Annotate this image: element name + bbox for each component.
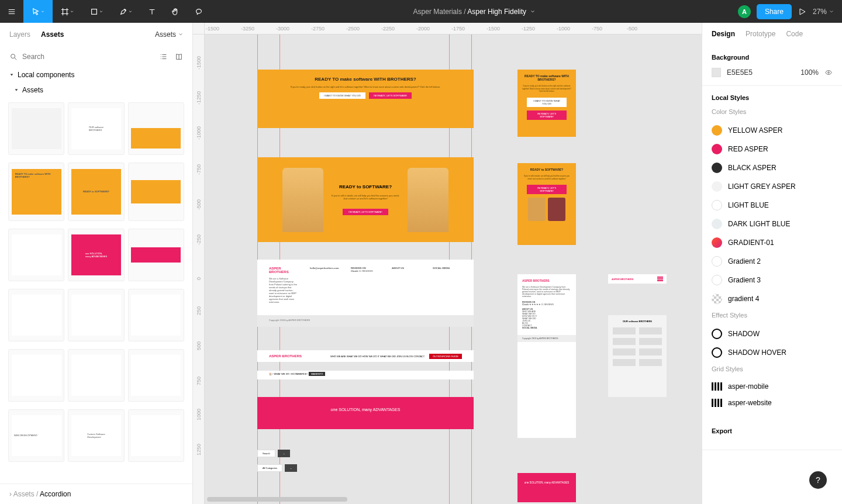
chevron-down-icon: [530, 8, 535, 16]
asset-item[interactable]: [128, 349, 184, 402]
bg-hex[interactable]: E5E5E5: [727, 68, 795, 77]
category-go[interactable]: ⌄: [285, 464, 297, 472]
frame-nav-mobile[interactable]: ASPER BROTHERS: [608, 274, 667, 284]
frame-pink-mobile[interactable]: one SOLUTION, many ADVANTAGES: [517, 473, 576, 502]
search-filter[interactable]: Search: [257, 450, 275, 457]
frame-tool[interactable]: [53, 0, 82, 23]
search-icon: [9, 53, 18, 61]
asset-item[interactable]: WEB DEVELOPMENT: [8, 409, 64, 462]
move-tool[interactable]: [23, 0, 53, 23]
cta-button-white[interactable]: I WANT TO KNOW WHAT YOU DO: [527, 98, 566, 107]
share-button[interactable]: Share: [757, 4, 792, 19]
effect-style-row[interactable]: SHADOW: [712, 325, 833, 343]
cta-button-red[interactable]: I'M READY, LET'S SOFTWARE!: [369, 92, 412, 99]
avatar[interactable]: A: [738, 5, 751, 18]
asset-item[interactable]: [128, 163, 184, 221]
ruler-vertical: -1500-1250-1000-750-500-2500250500750100…: [193, 34, 205, 504]
frame-cta-desktop-1[interactable]: READY TO make software WITH BROTHERS? If…: [257, 70, 474, 128]
list-view-icon[interactable]: [160, 53, 168, 61]
tab-code[interactable]: Code: [786, 30, 803, 38]
asset-grid: OUR softwareBROTHERS READY TO make softw…: [0, 98, 192, 484]
frame-breadcrumb-bar[interactable]: 🏠 › WHAT WE DO › ECOMMERCE › MAGENTO: [257, 371, 474, 379]
asset-item[interactable]: [8, 289, 64, 341]
color-style-row[interactable]: GRADIENT-01: [712, 233, 833, 252]
frame-nav-desktop[interactable]: ASPER BROTHERS WHO WE ARE WHAT WE DO HOW…: [257, 350, 474, 362]
asset-item[interactable]: Custom SoftwareDevelopment: [68, 409, 124, 462]
search-go[interactable]: ⌄: [278, 450, 290, 457]
asset-item[interactable]: [128, 289, 184, 341]
asset-item[interactable]: [128, 102, 184, 155]
breadcrumb[interactable]: › Assets / Accordion: [0, 484, 192, 504]
grid-style-row[interactable]: asper-mobile: [712, 378, 833, 395]
burger-icon[interactable]: [657, 277, 663, 281]
local-components-section[interactable]: Local components: [0, 67, 192, 82]
svg-rect-0: [92, 9, 97, 14]
tab-design[interactable]: Design: [712, 30, 735, 38]
text-tool[interactable]: [140, 0, 164, 23]
eye-icon[interactable]: [824, 68, 833, 77]
color-style-row[interactable]: Gradient 3: [712, 271, 833, 289]
bg-swatch[interactable]: [712, 68, 721, 77]
color-style-row[interactable]: BLACK ASPER: [712, 158, 833, 177]
frame-footer-mobile[interactable]: ASPER BROTHERS We are a Software Develop…: [517, 274, 576, 438]
project-name: Asper Materials: [413, 8, 462, 16]
effect-styles-heading: Effect Styles: [712, 312, 833, 319]
tab-prototype[interactable]: Prototype: [746, 30, 775, 38]
tab-layers[interactable]: Layers: [9, 30, 30, 39]
nav-cta[interactable]: OUTSOURCING GUIDE: [429, 354, 462, 359]
asset-item[interactable]: READY to SOFTWARE?: [68, 163, 124, 221]
bg-opacity[interactable]: 100%: [800, 68, 819, 77]
asset-item[interactable]: OUR softwareBROTHERS: [68, 102, 124, 155]
asset-item[interactable]: [128, 409, 184, 462]
category-filter[interactable]: All Categories: [257, 464, 282, 472]
file-title[interactable]: Asper Materials / Asper High Fidelity: [210, 8, 738, 16]
frame-clients-mobile[interactable]: OUR software BROTHERS: [608, 315, 667, 397]
color-style-row[interactable]: RED ASPER: [712, 140, 833, 158]
export-heading[interactable]: Export: [712, 427, 833, 434]
canvas[interactable]: -1500-3250-3000-2750-2500-2250-2000-1750…: [193, 23, 702, 504]
cta-button-red[interactable]: I'M READY, LET'S SOFTWARE!: [527, 111, 566, 120]
scrollbar-horizontal[interactable]: [207, 497, 347, 502]
menu-button[interactable]: [0, 0, 23, 23]
color-style-row[interactable]: YELLOW ASPER: [712, 121, 833, 140]
ruler-horizontal: -1500-3250-3000-2750-2500-2250-2000-1750…: [205, 23, 702, 34]
search-input[interactable]: [22, 53, 155, 61]
assets-section[interactable]: Assets: [0, 82, 192, 98]
color-style-row[interactable]: LIGHT GREY ASPER: [712, 177, 833, 196]
asset-item[interactable]: [8, 349, 64, 402]
frame-pink-banner[interactable]: one SOLUTION, many ADVANTAGES: [257, 397, 474, 429]
chevron-down-icon: [178, 32, 183, 37]
cta-button-white[interactable]: I WANT TO KNOW WHAT YOU DO: [319, 92, 365, 99]
color-style-row[interactable]: LIGHT BLUE: [712, 196, 833, 215]
frame-filters[interactable]: Search⌄ All Categories⌄: [257, 444, 365, 473]
present-button[interactable]: [798, 7, 807, 16]
hand-tool[interactable]: [164, 0, 187, 23]
comment-tool[interactable]: [187, 0, 210, 23]
assets-dropdown[interactable]: Assets: [155, 30, 183, 39]
frame-copyright[interactable]: Copyright 2018 by ASPER BROTHERS: [257, 315, 474, 327]
cta-button-red[interactable]: I'M READY, LET'S SOFTWARE!: [343, 209, 388, 215]
tab-assets[interactable]: Assets: [41, 30, 64, 39]
asset-item[interactable]: READY TO make software WITH BROTHERS?: [8, 163, 64, 221]
cta-button-red[interactable]: I'M READY, LET'S SOFTWARE!: [527, 185, 566, 194]
frame-footer-desktop[interactable]: ASPER BROTHERSWe are a Software Developm…: [257, 260, 474, 315]
asset-item[interactable]: [68, 289, 124, 341]
zoom-dropdown[interactable]: 27%: [813, 8, 834, 16]
color-style-row[interactable]: DARK LIGHT BLUE: [712, 215, 833, 233]
shape-tool[interactable]: [82, 0, 111, 23]
pen-tool[interactable]: [111, 0, 140, 23]
asset-item[interactable]: [8, 102, 64, 155]
color-style-row[interactable]: gradient 4: [712, 289, 833, 308]
frame-cta-desktop-2[interactable]: READY to SOFTWARE? If you're still in do…: [257, 157, 474, 242]
asset-item[interactable]: one SOLUTION,many ADVANTAGES: [68, 229, 124, 281]
grid-style-row[interactable]: asper-website: [712, 395, 833, 411]
asset-item[interactable]: [68, 349, 124, 402]
asset-item[interactable]: [8, 229, 64, 281]
help-button[interactable]: ?: [809, 471, 827, 489]
effect-style-row[interactable]: SHADOW HOVER: [712, 343, 833, 362]
library-icon[interactable]: [175, 53, 183, 61]
frame-cta-mobile-1[interactable]: READY TO make software WITH BROTHERS? If…: [517, 70, 576, 137]
asset-item[interactable]: [128, 229, 184, 281]
color-style-row[interactable]: Gradient 2: [712, 252, 833, 271]
frame-cta-mobile-2[interactable]: READY to SOFTWARE? If you're still in do…: [517, 163, 576, 245]
